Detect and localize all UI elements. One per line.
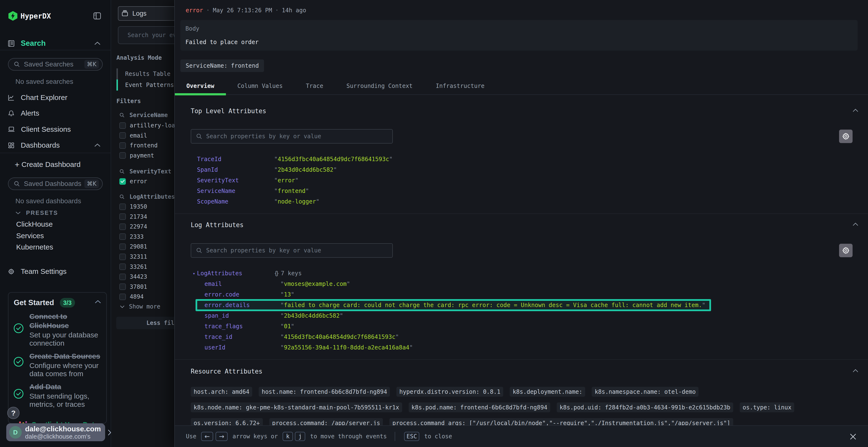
- attribute-row[interactable]: error.code 13: [175, 289, 868, 300]
- resource-attribute-chip[interactable]: os.type: linux: [740, 403, 794, 412]
- search-icon: [14, 181, 20, 187]
- tab[interactable]: Overview: [175, 77, 226, 95]
- attribute-row[interactable]: SpanId 2b43d0c4dd6bc582: [175, 165, 868, 175]
- filter-option[interactable]: 21734: [119, 212, 147, 222]
- chevron-up-icon[interactable]: [95, 300, 101, 304]
- checkbox[interactable]: [119, 243, 126, 250]
- user-menu[interactable]: D dale@clickhouse.com dale@clickhouse.co…: [6, 423, 105, 441]
- filter-group-header[interactable]: LogAttributes: [119, 192, 175, 202]
- filter-option[interactable]: 4894: [119, 291, 144, 302]
- sidebar-nav-item[interactable]: Alerts: [0, 106, 111, 121]
- filter-group-header[interactable]: SeverityText: [119, 167, 171, 176]
- tree-root-row[interactable]: ▾ LogAttributes {}7 keys: [175, 268, 868, 279]
- filter-group-header[interactable]: ServiceName: [119, 110, 168, 120]
- chevron-up-icon[interactable]: [852, 222, 858, 226]
- settings-button[interactable]: [839, 130, 852, 143]
- resource-attribute-chip[interactable]: hyperdx.distro.version: 0.8.1: [396, 387, 503, 397]
- resource-attribute-chip[interactable]: k8s.deployment.name:: [510, 387, 585, 397]
- separator-dot: ·: [206, 7, 210, 14]
- checkbox[interactable]: [119, 294, 126, 300]
- resource-attribute-chip[interactable]: k8s.pod.name: frontend-6b6c8d7bfd-ng894: [409, 403, 551, 412]
- checklist-item[interactable]: Add Data Start sending logs, metrics, or…: [14, 382, 103, 409]
- preset-item[interactable]: ClickHouse: [16, 220, 53, 228]
- resource-attribute-chip[interactable]: host.arch: amd64: [191, 387, 252, 397]
- checkbox[interactable]: [119, 253, 126, 260]
- attribute-value: failed to charge card: could not charge …: [280, 302, 706, 309]
- checkbox[interactable]: [119, 132, 126, 139]
- show-more-button[interactable]: Show more: [120, 302, 160, 311]
- resource-attributes-section: Resource Attributes host.arch: amd64host…: [175, 360, 868, 425]
- checkbox[interactable]: [119, 142, 126, 149]
- close-icon[interactable]: [849, 432, 858, 441]
- attribute-row[interactable]: email vmoses@example.com: [175, 279, 868, 289]
- get-started-header[interactable]: Get Started 3/3: [14, 298, 102, 308]
- attribute-row[interactable]: ServiceName frontend: [175, 186, 868, 196]
- sidebar: HyperDX Search Saved Searches ⌘K No save…: [0, 0, 111, 447]
- service-name-tag[interactable]: ServiceName: frontend: [180, 60, 264, 72]
- filter-option[interactable]: 19350: [119, 202, 147, 212]
- checkbox[interactable]: [119, 152, 126, 159]
- resource-attribute-chip[interactable]: k8s.pod.uid: f284fb2d-a0b3-4634-991b-e2c…: [557, 403, 733, 412]
- attribute-row[interactable]: SeverityText error: [175, 175, 868, 186]
- analysis-mode-option[interactable]: Results Table: [117, 68, 170, 79]
- no-saved-searches-text: No saved searches: [16, 78, 73, 85]
- attribute-row[interactable]: trace_id 4156d3fbc40a64854d9dc7f68641593…: [175, 332, 868, 342]
- filter-option[interactable]: frontend: [119, 140, 158, 150]
- filter-option[interactable]: error: [119, 176, 147, 186]
- filter-option[interactable]: 2333: [119, 232, 144, 242]
- checkbox[interactable]: [119, 213, 126, 220]
- property-search-input[interactable]: Search properties by key or value: [191, 129, 393, 143]
- tab[interactable]: Infrastructure: [424, 77, 496, 95]
- sidebar-collapse-icon[interactable]: [93, 12, 101, 20]
- checkbox[interactable]: [119, 264, 126, 270]
- sidebar-item-search[interactable]: Search: [0, 37, 111, 50]
- checklist-item[interactable]: Connect to ClickHouse Set up your databa…: [14, 312, 103, 347]
- tab[interactable]: Surrounding Context: [335, 77, 424, 95]
- settings-button[interactable]: [839, 244, 852, 257]
- sidebar-item-team-settings[interactable]: Team Settings: [0, 264, 111, 279]
- tab[interactable]: Trace: [294, 77, 335, 95]
- attribute-row[interactable]: trace_flags 01: [175, 321, 868, 332]
- filter-option[interactable]: 37801: [119, 282, 147, 292]
- filter-option[interactable]: 22974: [119, 221, 147, 232]
- sidebar-nav-item[interactable]: Client Sessions: [0, 122, 111, 137]
- filter-option[interactable]: 32311: [119, 252, 147, 262]
- sidebar-nav-item[interactable]: Dashboards: [0, 138, 111, 152]
- checkbox[interactable]: [119, 224, 126, 230]
- sidebar-nav-item[interactable]: Chart Explorer: [0, 90, 111, 105]
- preset-item[interactable]: Services: [16, 232, 44, 240]
- resource-attribute-chip[interactable]: host.name: frontend-6b6c8d7bfd-ng894: [259, 387, 390, 397]
- checkbox[interactable]: [119, 283, 126, 290]
- resource-attribute-chip[interactable]: k8s.namespace.name: otel-demo: [592, 387, 699, 397]
- preset-item[interactable]: Kubernetes: [16, 243, 53, 251]
- filter-option[interactable]: 33261: [119, 262, 147, 272]
- filter-option[interactable]: payment: [119, 150, 154, 161]
- saved-dashboards-input[interactable]: Saved Dashboards ⌘K: [8, 177, 103, 190]
- chevron-up-icon[interactable]: [852, 109, 858, 112]
- analysis-mode-option[interactable]: Event Patterns: [117, 79, 174, 91]
- chevron-up-icon[interactable]: [852, 369, 858, 373]
- checklist-item[interactable]: Create Data Sources Configure where your…: [14, 352, 103, 378]
- checkbox[interactable]: [119, 233, 126, 240]
- attribute-row[interactable]: ScopeName node-logger: [175, 196, 868, 207]
- checkbox[interactable]: [119, 204, 126, 210]
- attribute-row[interactable]: error.details failed to charge card: cou…: [195, 299, 711, 311]
- create-dashboard-button[interactable]: + Create Dashboard: [0, 157, 111, 172]
- checkbox[interactable]: [119, 122, 126, 129]
- filter-option[interactable]: email: [119, 131, 147, 141]
- resource-attribute-chip[interactable]: k8s.node.name: gke-pme-k8s-standard-main…: [191, 403, 402, 412]
- help-button[interactable]: ?: [7, 407, 20, 419]
- attribute-row[interactable]: TraceId 4156d3fbc40a64854d9dc7f68641593c: [175, 154, 868, 165]
- attribute-row[interactable]: span_id 2b43d0c4dd6bc582: [175, 310, 868, 321]
- filter-option[interactable]: 34423: [119, 272, 147, 282]
- checkbox[interactable]: [119, 274, 126, 280]
- app-logo[interactable]: HyperDX: [8, 9, 103, 23]
- filter-option-label: 2333: [130, 233, 144, 240]
- filter-option[interactable]: 29081: [119, 242, 147, 252]
- attribute-row[interactable]: userId 92a55156-39a4-11f0-8ddd-a2eca416a…: [175, 342, 868, 353]
- checkbox[interactable]: [119, 178, 126, 185]
- property-search-input[interactable]: Search properties by key or value: [191, 243, 393, 258]
- presets-toggle[interactable]: PRESETS: [16, 209, 58, 216]
- tab[interactable]: Column Values: [226, 77, 294, 95]
- saved-searches-input[interactable]: Saved Searches ⌘K: [8, 58, 103, 71]
